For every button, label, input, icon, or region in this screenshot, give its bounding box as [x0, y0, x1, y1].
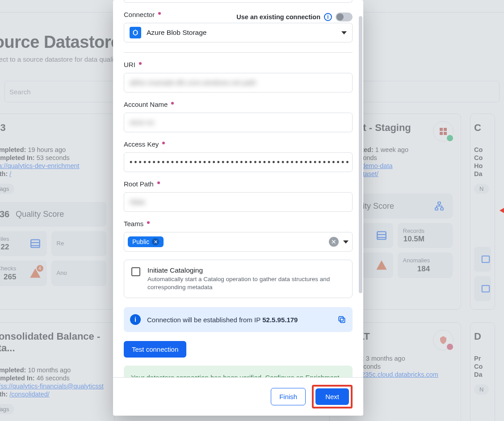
root-path-input[interactable]: /data	[124, 192, 353, 212]
connector-select[interactable]: Azure Blob Storage	[124, 23, 353, 42]
teams-select[interactable]: Public✕ ✕	[124, 232, 353, 252]
cataloging-description: Automatically start a Catalog operation …	[147, 275, 345, 291]
root-path-label: Root Path	[124, 180, 353, 188]
access-key-label: Access Key	[124, 140, 353, 148]
svg-rect-7	[340, 318, 345, 323]
team-chip[interactable]: Public✕	[128, 236, 164, 247]
info-icon: i	[130, 314, 141, 325]
dialog-footer: Finish Next	[113, 377, 363, 416]
cataloging-title: Initiate Cataloging	[147, 266, 345, 274]
next-button[interactable]: Next	[315, 388, 349, 405]
existing-connection-toggle[interactable]	[336, 13, 353, 21]
remove-chip-icon[interactable]: ✕	[152, 238, 159, 245]
chevron-down-icon	[341, 31, 347, 34]
success-banner: Your datastore connection has been verif…	[124, 366, 353, 377]
initiate-cataloging-option[interactable]: Initiate Cataloging Automatically start …	[124, 260, 353, 298]
uri-label: URI	[124, 61, 353, 68]
copy-icon[interactable]	[337, 315, 346, 324]
info-icon[interactable]: i	[324, 13, 332, 21]
azure-blob-icon	[130, 27, 141, 38]
finish-button[interactable]: Finish	[271, 388, 306, 405]
next-button-highlight: Next	[312, 385, 353, 408]
connector-label: Connector	[124, 11, 161, 18]
clear-all-icon[interactable]: ✕	[329, 237, 339, 247]
svg-rect-8	[339, 317, 343, 321]
chevron-down-icon	[343, 240, 349, 244]
scrollbar[interactable]	[359, 16, 362, 293]
cataloging-checkbox[interactable]	[131, 267, 140, 276]
add-datastore-dialog: Connector Use an existing connection i A…	[113, 0, 363, 416]
account-name-label: Account Name	[124, 101, 353, 108]
uri-input[interactable]: abfss example.dfs.core.windows.net path	[124, 73, 353, 93]
account-name-input[interactable]: store ex	[124, 113, 353, 132]
teams-label: Teams	[124, 220, 353, 227]
access-key-input[interactable]: ••••••••••••••••••••••••••••••••••••••••…	[124, 152, 353, 172]
existing-connection-label: Use an existing connection	[236, 13, 320, 21]
test-connection-button[interactable]: Test connection	[124, 341, 186, 358]
ip-info-banner: i Connection will be established from IP…	[124, 307, 353, 332]
